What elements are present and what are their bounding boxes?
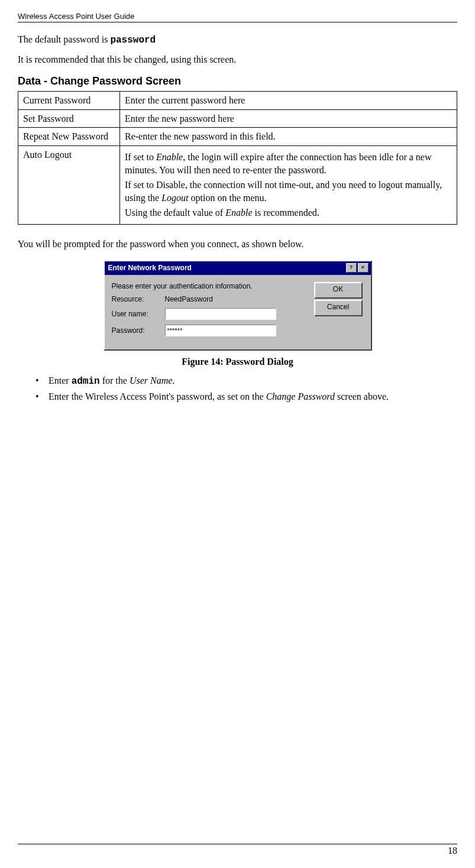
field-description: Enter the new password here [120, 109, 457, 128]
dialog-body: OK Cancel Please enter your authenticati… [105, 275, 371, 349]
text: screen above. [335, 391, 389, 401]
page-header: Wireless Access Point User Guide [18, 12, 457, 22]
text: If set to [125, 152, 156, 162]
page-number: 18 [448, 846, 457, 856]
table-row: Set Password Enter the new password here [18, 109, 457, 128]
recommendation-paragraph: It is recommended that this be changed, … [18, 53, 457, 66]
figure-password-dialog: Enter Network Password ? × OK Cancel Ple… [18, 260, 457, 351]
dialog-titlebar: Enter Network Password ? × [105, 261, 371, 275]
resource-label: Resource: [112, 295, 165, 303]
username-constant: admin [72, 376, 100, 387]
ok-button[interactable]: OK [314, 282, 363, 299]
text: Using the default value of [125, 208, 225, 218]
list-item: Enter admin for the User Name. [35, 374, 457, 388]
field-description: Enter the current password here [120, 92, 457, 110]
dialog-prompt: Please enter your authentication informa… [112, 282, 253, 290]
change-password-table: Current Password Enter the current passw… [18, 91, 457, 225]
instruction-list: Enter admin for the User Name. Enter the… [18, 374, 457, 404]
table-row: Current Password Enter the current passw… [18, 92, 457, 110]
text-italic: Change Password [266, 391, 335, 401]
text-italic: Logout [161, 193, 188, 203]
text: Enter the Wireless Access Point's passwo… [49, 391, 266, 401]
field-description: If set to Enable, the login will expire … [120, 145, 457, 224]
text-italic: Enable [156, 152, 183, 162]
list-item: Enter the Wireless Access Point's passwo… [35, 390, 457, 403]
password-label: Password: [112, 326, 165, 335]
figure-caption: Figure 14: Password Dialog [18, 357, 457, 367]
field-label: Set Password [18, 109, 120, 128]
text: is recommended. [253, 208, 319, 218]
help-icon[interactable]: ? [346, 263, 357, 273]
field-label: Current Password [18, 92, 120, 110]
section-heading: Data - Change Password Screen [18, 75, 457, 88]
text: Enter [49, 375, 72, 386]
table-row: Auto Logout If set to Enable, the login … [18, 145, 457, 224]
dialog-title: Enter Network Password [108, 264, 345, 272]
text-italic: User Name [130, 375, 172, 386]
text-italic: Enable [225, 208, 252, 218]
field-label: Auto Logout [18, 145, 120, 224]
password-dialog: Enter Network Password ? × OK Cancel Ple… [104, 260, 372, 351]
text: The default password is [18, 34, 110, 44]
default-password-value: password [110, 35, 156, 46]
password-input[interactable]: ****** [165, 325, 276, 336]
cancel-button[interactable]: Cancel [314, 300, 363, 316]
resource-value: NeedPassword [165, 295, 213, 303]
prompt-paragraph: You will be prompted for the password wh… [18, 238, 457, 251]
table-row: Repeat New Password Re-enter the new pas… [18, 128, 457, 146]
default-password-paragraph: The default password is password [18, 33, 457, 47]
text: option on the menu. [189, 193, 267, 203]
text: . [172, 375, 175, 386]
text: for the [100, 375, 130, 386]
username-input[interactable] [165, 308, 276, 320]
username-label: User name: [112, 310, 165, 318]
field-description: Re-enter the new password in this field. [120, 128, 457, 146]
close-icon[interactable]: × [358, 263, 369, 273]
page-footer: 18 [18, 844, 457, 856]
field-label: Repeat New Password [18, 128, 120, 146]
